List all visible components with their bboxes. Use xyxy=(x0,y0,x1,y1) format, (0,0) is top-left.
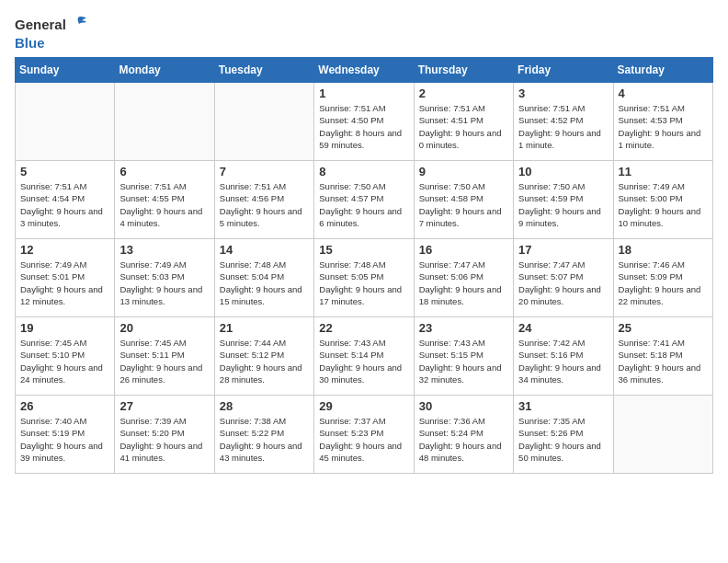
day-number: 11 xyxy=(619,165,708,178)
logo-container: General Blue xyxy=(15,15,88,52)
weekday-header-sunday: Sunday xyxy=(16,58,115,83)
calendar-cell: 18Sunrise: 7:46 AM Sunset: 5:09 PM Dayli… xyxy=(613,239,712,317)
calendar-cell: 30Sunrise: 7:36 AM Sunset: 5:24 PM Dayli… xyxy=(414,396,513,474)
day-number: 19 xyxy=(20,321,109,335)
day-number: 15 xyxy=(319,243,408,257)
day-number: 1 xyxy=(319,86,408,100)
day-info: Sunrise: 7:41 AM Sunset: 5:18 PM Dayligh… xyxy=(619,337,708,385)
day-info: Sunrise: 7:36 AM Sunset: 5:24 PM Dayligh… xyxy=(419,415,508,464)
calendar-cell: 11Sunrise: 7:49 AM Sunset: 5:00 PM Dayli… xyxy=(613,161,712,239)
weekday-header-saturday: Saturday xyxy=(613,58,712,83)
day-number: 7 xyxy=(220,165,309,178)
day-number: 23 xyxy=(419,321,508,335)
day-info: Sunrise: 7:49 AM Sunset: 5:00 PM Dayligh… xyxy=(619,180,708,229)
calendar-cell: 12Sunrise: 7:49 AM Sunset: 5:01 PM Dayli… xyxy=(16,239,115,317)
calendar-table: SundayMondayTuesdayWednesdayThursdayFrid… xyxy=(15,57,713,474)
day-number: 29 xyxy=(319,399,408,413)
day-number: 28 xyxy=(220,399,309,413)
day-number: 12 xyxy=(20,243,109,257)
day-info: Sunrise: 7:42 AM Sunset: 5:16 PM Dayligh… xyxy=(518,337,608,385)
day-number: 20 xyxy=(119,321,209,335)
day-info: Sunrise: 7:51 AM Sunset: 4:54 PM Dayligh… xyxy=(20,180,109,229)
day-info: Sunrise: 7:48 AM Sunset: 5:05 PM Dayligh… xyxy=(319,259,408,307)
day-number: 22 xyxy=(319,321,408,335)
page-header: General Blue xyxy=(15,15,713,52)
day-info: Sunrise: 7:50 AM Sunset: 4:58 PM Dayligh… xyxy=(419,180,508,229)
calendar-cell: 23Sunrise: 7:43 AM Sunset: 5:15 PM Dayli… xyxy=(414,317,513,396)
day-info: Sunrise: 7:43 AM Sunset: 5:14 PM Dayligh… xyxy=(319,337,408,385)
calendar-cell: 9Sunrise: 7:50 AM Sunset: 4:58 PM Daylig… xyxy=(414,161,513,239)
calendar-cell: 4Sunrise: 7:51 AM Sunset: 4:53 PM Daylig… xyxy=(613,83,712,161)
day-info: Sunrise: 7:44 AM Sunset: 5:12 PM Dayligh… xyxy=(220,337,309,385)
calendar-cell: 16Sunrise: 7:47 AM Sunset: 5:06 PM Dayli… xyxy=(414,239,513,317)
day-number: 16 xyxy=(419,243,508,257)
calendar-cell: 20Sunrise: 7:45 AM Sunset: 5:11 PM Dayli… xyxy=(115,317,214,396)
logo: General Blue xyxy=(15,15,88,52)
day-number: 17 xyxy=(518,243,608,257)
weekday-header-friday: Friday xyxy=(514,58,613,83)
calendar-cell xyxy=(16,83,115,161)
day-number: 5 xyxy=(20,165,109,178)
logo-general-text: General xyxy=(15,17,66,33)
calendar-cell: 3Sunrise: 7:51 AM Sunset: 4:52 PM Daylig… xyxy=(514,83,613,161)
calendar-cell: 31Sunrise: 7:35 AM Sunset: 5:26 PM Dayli… xyxy=(514,396,613,474)
day-info: Sunrise: 7:47 AM Sunset: 5:07 PM Dayligh… xyxy=(518,259,608,307)
week-row-5: 26Sunrise: 7:40 AM Sunset: 5:19 PM Dayli… xyxy=(16,396,713,474)
calendar-cell: 8Sunrise: 7:50 AM Sunset: 4:57 PM Daylig… xyxy=(314,161,414,239)
day-info: Sunrise: 7:51 AM Sunset: 4:53 PM Dayligh… xyxy=(619,102,708,151)
logo-blue-text: Blue xyxy=(15,35,88,52)
day-number: 21 xyxy=(220,321,309,335)
week-row-3: 12Sunrise: 7:49 AM Sunset: 5:01 PM Dayli… xyxy=(16,239,713,317)
day-number: 13 xyxy=(119,243,209,257)
calendar-cell: 19Sunrise: 7:45 AM Sunset: 5:10 PM Dayli… xyxy=(16,317,115,396)
day-info: Sunrise: 7:38 AM Sunset: 5:22 PM Dayligh… xyxy=(220,415,309,464)
calendar-cell: 25Sunrise: 7:41 AM Sunset: 5:18 PM Dayli… xyxy=(613,317,712,396)
calendar-cell: 27Sunrise: 7:39 AM Sunset: 5:20 PM Dayli… xyxy=(115,396,214,474)
day-info: Sunrise: 7:50 AM Sunset: 4:59 PM Dayligh… xyxy=(518,180,608,229)
week-row-4: 19Sunrise: 7:45 AM Sunset: 5:10 PM Dayli… xyxy=(16,317,713,396)
day-number: 24 xyxy=(518,321,608,335)
week-row-2: 5Sunrise: 7:51 AM Sunset: 4:54 PM Daylig… xyxy=(16,161,713,239)
day-number: 4 xyxy=(619,86,708,100)
calendar-cell: 28Sunrise: 7:38 AM Sunset: 5:22 PM Dayli… xyxy=(214,396,313,474)
calendar-cell: 10Sunrise: 7:50 AM Sunset: 4:59 PM Dayli… xyxy=(514,161,613,239)
calendar-cell xyxy=(613,396,712,474)
day-info: Sunrise: 7:50 AM Sunset: 4:57 PM Dayligh… xyxy=(319,180,408,229)
weekday-header-wednesday: Wednesday xyxy=(314,58,414,83)
day-number: 10 xyxy=(518,165,608,178)
day-number: 6 xyxy=(119,165,209,178)
day-number: 9 xyxy=(419,165,508,178)
calendar-cell: 13Sunrise: 7:49 AM Sunset: 5:03 PM Dayli… xyxy=(115,239,214,317)
calendar-cell: 5Sunrise: 7:51 AM Sunset: 4:54 PM Daylig… xyxy=(16,161,115,239)
day-number: 25 xyxy=(619,321,708,335)
calendar-cell: 6Sunrise: 7:51 AM Sunset: 4:55 PM Daylig… xyxy=(115,161,214,239)
calendar-cell: 29Sunrise: 7:37 AM Sunset: 5:23 PM Dayli… xyxy=(314,396,414,474)
day-info: Sunrise: 7:51 AM Sunset: 4:50 PM Dayligh… xyxy=(319,102,408,151)
calendar-cell: 2Sunrise: 7:51 AM Sunset: 4:51 PM Daylig… xyxy=(414,83,513,161)
day-info: Sunrise: 7:43 AM Sunset: 5:15 PM Dayligh… xyxy=(419,337,508,385)
calendar-cell: 26Sunrise: 7:40 AM Sunset: 5:19 PM Dayli… xyxy=(16,396,115,474)
day-number: 26 xyxy=(20,399,109,413)
day-info: Sunrise: 7:48 AM Sunset: 5:04 PM Dayligh… xyxy=(220,259,309,307)
day-info: Sunrise: 7:37 AM Sunset: 5:23 PM Dayligh… xyxy=(319,415,408,464)
day-number: 30 xyxy=(419,399,508,413)
day-number: 31 xyxy=(518,399,608,413)
calendar-cell: 7Sunrise: 7:51 AM Sunset: 4:56 PM Daylig… xyxy=(214,161,313,239)
calendar-cell: 24Sunrise: 7:42 AM Sunset: 5:16 PM Dayli… xyxy=(514,317,613,396)
day-number: 8 xyxy=(319,165,408,178)
day-info: Sunrise: 7:45 AM Sunset: 5:10 PM Dayligh… xyxy=(20,337,109,385)
day-info: Sunrise: 7:51 AM Sunset: 4:52 PM Dayligh… xyxy=(518,102,608,151)
day-number: 3 xyxy=(518,86,608,100)
calendar-cell: 21Sunrise: 7:44 AM Sunset: 5:12 PM Dayli… xyxy=(214,317,313,396)
day-info: Sunrise: 7:51 AM Sunset: 4:56 PM Dayligh… xyxy=(220,180,309,229)
day-info: Sunrise: 7:40 AM Sunset: 5:19 PM Dayligh… xyxy=(20,415,109,464)
calendar-cell: 14Sunrise: 7:48 AM Sunset: 5:04 PM Dayli… xyxy=(214,239,313,317)
day-info: Sunrise: 7:47 AM Sunset: 5:06 PM Dayligh… xyxy=(419,259,508,307)
weekday-header-thursday: Thursday xyxy=(414,58,513,83)
weekday-header-monday: Monday xyxy=(115,58,214,83)
calendar-cell: 17Sunrise: 7:47 AM Sunset: 5:07 PM Dayli… xyxy=(514,239,613,317)
day-info: Sunrise: 7:45 AM Sunset: 5:11 PM Dayligh… xyxy=(119,337,209,385)
calendar-cell: 1Sunrise: 7:51 AM Sunset: 4:50 PM Daylig… xyxy=(314,83,414,161)
weekday-header-row: SundayMondayTuesdayWednesdayThursdayFrid… xyxy=(16,58,713,83)
weekday-header-tuesday: Tuesday xyxy=(214,58,313,83)
